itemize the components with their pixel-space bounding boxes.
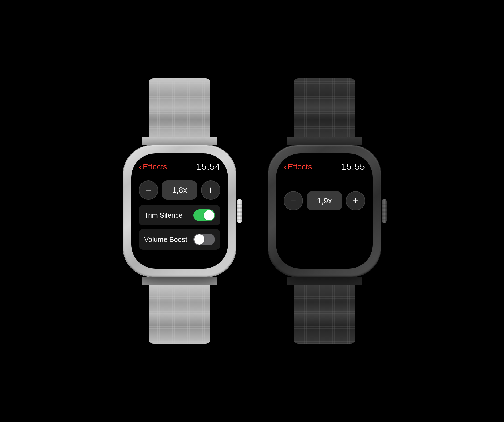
back-label-1: Effects [143,162,167,171]
time-display-1: 15.54 [196,161,220,172]
back-label-2: Effects [288,162,312,171]
watch-screen-2: ‹ Effects 15.55 − 1,9x + [276,153,373,269]
watch-1: ‹ Effects 15.54 − 1,8x + [123,78,236,344]
speed-control-1: − 1,8x + [139,180,220,200]
back-button-2[interactable]: ‹ Effects [284,162,312,171]
screen-header-1: ‹ Effects 15.54 [139,161,220,172]
watch-body-2: ‹ Effects 15.55 − 1,9x + [268,145,381,277]
band-top-1 [149,78,210,137]
volume-boost-label-1: Volume Boost [144,235,187,244]
chevron-icon-2: ‹ [284,162,287,171]
watch-screen-1: ‹ Effects 15.54 − 1,8x + [131,153,228,269]
trim-silence-row-1[interactable]: Trim Silence [139,205,220,225]
band-bottom-2 [294,285,355,344]
speed-control-2: − 1,9x + [284,191,365,210]
decrease-speed-btn-1[interactable]: − [139,180,158,200]
band-connector-bottom-1 [142,277,217,285]
band-connector-top-2 [287,137,362,145]
chevron-icon-1: ‹ [139,162,142,171]
screen-header-2: ‹ Effects 15.55 [284,161,365,172]
band-bottom-1 [149,285,210,344]
speed-value-2: 1,9x [307,191,342,210]
band-top-2 [294,78,355,137]
volume-boost-row-1[interactable]: Volume Boost [139,229,220,250]
watch-2: ‹ Effects 15.55 − 1,9x + [268,78,381,344]
increase-speed-btn-2[interactable]: + [346,191,365,210]
trim-silence-knob-1 [204,210,214,220]
trim-silence-toggle-1[interactable] [193,209,215,221]
decrease-speed-btn-2[interactable]: − [284,191,303,210]
crown-2[interactable] [382,199,387,223]
watch-body-1: ‹ Effects 15.54 − 1,8x + [123,145,236,277]
increase-speed-btn-1[interactable]: + [201,180,220,200]
volume-boost-toggle-1[interactable] [193,234,215,245]
time-display-2: 15.55 [341,161,365,172]
crown-1[interactable] [237,199,242,223]
trim-silence-label-1: Trim Silence [144,211,183,220]
back-button-1[interactable]: ‹ Effects [139,162,167,171]
band-connector-top-1 [142,137,217,145]
band-connector-bottom-2 [287,277,362,285]
speed-value-1: 1,8x [162,180,197,200]
volume-boost-knob-1 [194,234,204,245]
